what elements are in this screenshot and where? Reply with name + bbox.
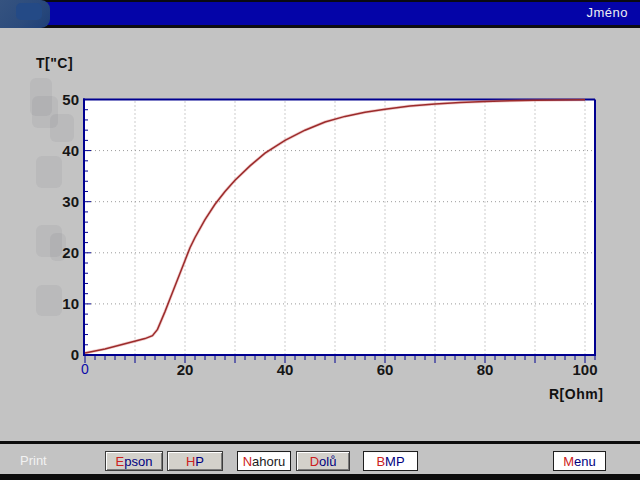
y-tick-label: 30 [39, 193, 79, 210]
dolu-button[interactable]: Dolů [296, 451, 350, 471]
print-label: Print [20, 453, 47, 468]
x-tick-label-origin: 0 [81, 361, 89, 377]
nahoru-button[interactable]: Nahoru [237, 451, 291, 471]
x-tick-label: 40 [263, 361, 307, 378]
epson-button[interactable]: Epson [105, 451, 163, 471]
y-axis-title: T["C] [36, 55, 73, 71]
y-tick-label: 40 [39, 142, 79, 159]
bottom-edge [0, 474, 640, 480]
hp-button[interactable]: HP [167, 451, 223, 471]
x-tick-label: 80 [463, 361, 507, 378]
x-tick-label: 20 [163, 361, 207, 378]
chart-canvas [0, 0, 640, 480]
app-window: Jméno T["C] R[Ohm] 010203040500204060801… [0, 0, 640, 480]
y-tick-label: 0 [39, 346, 79, 363]
y-tick-label: 10 [39, 295, 79, 312]
menu-button[interactable]: Menu [553, 451, 606, 471]
x-axis-title: R[Ohm] [549, 386, 603, 402]
x-tick-label: 60 [363, 361, 407, 378]
y-tick-label: 50 [39, 91, 79, 108]
bmp-button[interactable]: BMP [363, 451, 418, 471]
x-tick-label: 100 [563, 361, 607, 378]
y-tick-label: 20 [39, 244, 79, 261]
